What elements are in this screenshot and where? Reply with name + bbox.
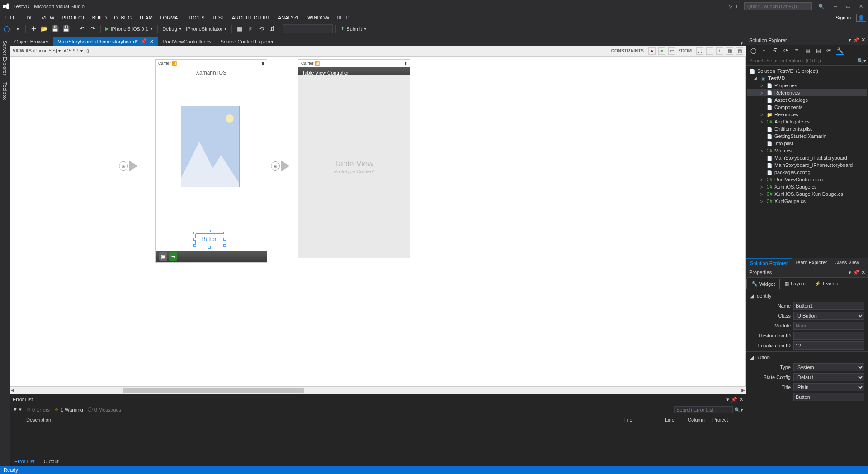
toolbar-icon-3[interactable]: ⟲ [256, 24, 266, 34]
messages-filter[interactable]: ⓘ0 Messages [88, 406, 121, 413]
project-node[interactable]: ◢▣TestVD [747, 75, 867, 82]
se-preview-icon[interactable]: 👁 [825, 47, 833, 55]
resize-handle[interactable] [208, 246, 211, 249]
state-select[interactable]: Default [793, 373, 864, 381]
panel-close-icon[interactable]: ✕ [861, 270, 865, 275]
panel-pin-icon[interactable]: 📌 [853, 270, 859, 275]
scrollbar-thumb[interactable] [123, 388, 304, 393]
solution-tree[interactable]: 📄Solution 'TestVD' (1 project) ◢▣TestVD … [746, 66, 868, 258]
find-combo[interactable] [283, 24, 333, 33]
tab-object-browser[interactable]: Object Browser [10, 37, 53, 46]
orientation-icon[interactable]: ▯ [86, 48, 89, 53]
se-wrench-icon[interactable]: 🔧 [836, 47, 844, 55]
tab-rootviewcontroller[interactable]: RootViewController.cs [158, 37, 216, 46]
resize-handle[interactable] [223, 232, 226, 234]
module-input[interactable] [793, 322, 864, 330]
se-collapse-icon[interactable]: ≡ [793, 47, 801, 55]
tab-class-view[interactable]: Class View [831, 258, 863, 268]
maximize-button[interactable]: ▭ [844, 2, 853, 10]
tree-item[interactable]: 📄Components [747, 104, 867, 111]
tree-item[interactable]: ▷C#Xuni.iOS.Gauge.cs [747, 183, 867, 190]
panel-dropdown-icon[interactable]: ▾ [849, 37, 851, 43]
tree-item[interactable]: 📄MainStoryboard_iPhone.storyboard [747, 161, 867, 169]
menu-project[interactable]: PROJECT [58, 14, 88, 21]
menu-format[interactable]: FORMAT [156, 14, 184, 21]
bottom-tab-output[interactable]: Output [39, 457, 63, 465]
segue-arrow-1[interactable]: ▣ [119, 161, 138, 171]
resize-handle[interactable] [193, 244, 196, 247]
nav-back-button[interactable]: ◯ [2, 24, 12, 34]
menu-help[interactable]: HELP [333, 14, 353, 21]
resize-handle[interactable] [223, 244, 226, 247]
tree-item[interactable]: ▷C#XuniGauge.cs [747, 198, 867, 205]
close-tab-icon[interactable]: ✕ [150, 38, 154, 44]
menu-tools[interactable]: TOOLS [184, 14, 208, 21]
panel-dropdown-icon[interactable]: ▾ [726, 397, 729, 403]
config-dropdown[interactable]: Debug ▾ [160, 26, 183, 32]
tree-item[interactable]: 📄GettingStarted.Xamarin [747, 133, 867, 140]
sign-in-link[interactable]: Sign in [832, 14, 854, 21]
tab-solution-explorer[interactable]: Solution Explorer [746, 258, 792, 268]
scroll-left-icon[interactable]: ◀ [11, 388, 14, 393]
pin-icon[interactable]: 📌 [141, 38, 147, 44]
segue-arrow-2[interactable]: ▣ [271, 161, 290, 171]
col-description[interactable]: Description [24, 417, 622, 422]
se-home-icon[interactable]: ⌂ [760, 47, 768, 55]
col-project[interactable]: Project [710, 417, 746, 422]
filter-icon[interactable]: ▼ ▾ [13, 407, 22, 412]
horizontal-scrollbar[interactable]: ◀ ▶ [10, 386, 746, 394]
constraint-icon-1[interactable]: ● [648, 47, 656, 55]
image-view-placeholder[interactable] [181, 106, 240, 187]
se-back-icon[interactable]: ◯ [749, 47, 757, 55]
selected-button[interactable]: Button [195, 233, 224, 245]
se-properties-icon[interactable]: ▤ [814, 47, 822, 55]
tree-item[interactable]: ▷📄Properties [747, 82, 867, 89]
first-responder-icon[interactable]: ▣ [159, 252, 167, 261]
menu-window[interactable]: WINDOW [304, 14, 333, 21]
tree-item[interactable]: ▷📄References [747, 89, 867, 96]
resize-handle[interactable] [223, 238, 226, 241]
zoom-fit-icon[interactable]: ⛶ [696, 47, 703, 55]
tree-item[interactable]: ▷C#RootViewController.cs [747, 176, 867, 183]
start-debug-button[interactable]: ▶iPhone 6 iOS 9.1 ▾ [104, 26, 155, 32]
zoom-out-icon[interactable]: − [706, 47, 713, 55]
panel-pin-icon[interactable]: 📌 [853, 37, 859, 43]
error-search-input[interactable] [674, 406, 733, 413]
tree-item[interactable]: 📄packages.config [747, 169, 867, 176]
name-input[interactable] [793, 302, 864, 310]
save-all-button[interactable]: 💾 [61, 24, 71, 34]
tree-item[interactable]: ▷C#Main.cs [747, 147, 867, 154]
identity-section[interactable]: ◢Identity [746, 291, 868, 301]
feedback-icon[interactable]: ☐ [736, 4, 741, 9]
scroll-right-icon[interactable]: ▶ [741, 388, 745, 393]
tree-item[interactable]: 📄MainStoryboard_iPad.storyboard [747, 154, 867, 161]
panel-dropdown-icon[interactable]: ▾ [849, 270, 851, 275]
menu-build[interactable]: BUILD [89, 14, 110, 21]
toolbox-tab[interactable]: Toolbox [2, 81, 8, 101]
server-explorer-tab[interactable]: Server Explorer [2, 39, 8, 77]
button-section[interactable]: ◢Button [746, 353, 868, 362]
resize-handle[interactable] [193, 238, 196, 241]
tree-item[interactable]: ▷C#AppDelegate.cs [747, 118, 867, 125]
resize-handle[interactable] [193, 232, 196, 234]
constraint-icon-2[interactable]: ✶ [658, 47, 665, 55]
resize-handle[interactable] [208, 230, 211, 232]
search-icon[interactable]: 🔍▾ [734, 407, 743, 412]
table-view[interactable]: Table View Prototype Content [298, 75, 410, 258]
menu-file[interactable]: FILE [2, 14, 19, 21]
nav-fwd-button[interactable]: ▾ [13, 24, 23, 34]
tree-item[interactable]: 📄Asset Catalogs [747, 96, 867, 104]
exit-icon[interactable]: ➔ [169, 252, 177, 261]
prop-tab-layout[interactable]: ▦Layout [780, 279, 810, 289]
warnings-filter[interactable]: ⚠1 Warning [54, 407, 83, 412]
col-file[interactable]: File [622, 417, 662, 422]
panel-close-icon[interactable]: ✕ [739, 397, 743, 403]
notification-icon[interactable]: ▽ [729, 4, 732, 9]
design-canvas[interactable]: ▣ Carrier 📶 ▮ Xamarin.iOS Button [10, 56, 746, 386]
tab-source-control[interactable]: Source Control Explorer [216, 37, 278, 46]
menu-analyze[interactable]: ANALYZE [274, 14, 304, 21]
os-dropdown[interactable]: iOS 9.1 ▾ [64, 48, 83, 53]
user-icon[interactable]: 👤 [856, 14, 866, 22]
save-button[interactable]: 💾 [50, 24, 60, 34]
tree-item[interactable]: ▷C#Xuni.iOS.Gauge.XuniGauge.cs [747, 190, 867, 198]
